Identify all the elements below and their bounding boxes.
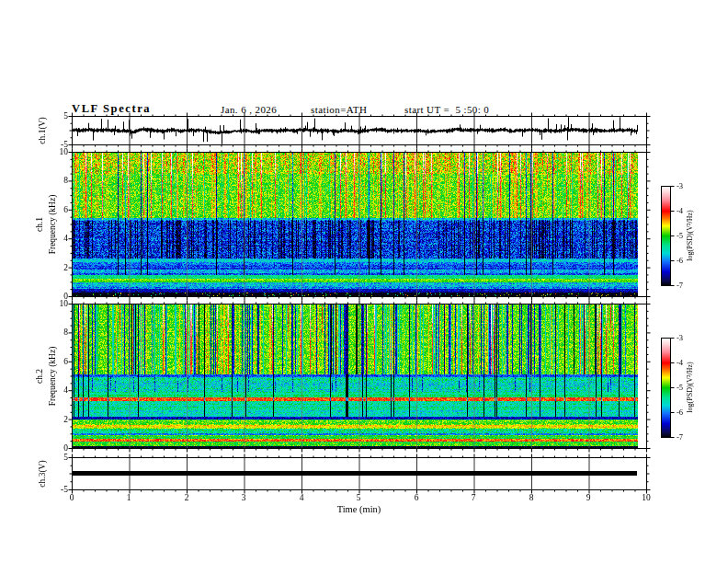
x-tick: 0 — [63, 493, 81, 503]
colorbar2-tick: -7 — [677, 432, 697, 442]
x-tick: 3 — [234, 493, 253, 503]
x-tick: 1 — [119, 493, 138, 503]
spec2-channel-label: ch.2 — [35, 369, 44, 384]
spec1-channel-label: ch.1 — [35, 217, 44, 232]
colorbar2-tick: -3 — [677, 333, 697, 343]
x-tick: 8 — [522, 493, 540, 503]
colorbar1-tick: -3 — [677, 181, 697, 191]
x-tick: 5 — [349, 493, 368, 503]
ch1-waveform — [73, 117, 638, 144]
colorbar1-label: log(PSD)(V²/Hz) — [686, 210, 695, 260]
spec1-freq-label: Frequency (kHz) — [48, 195, 57, 255]
x-tick: 7 — [464, 493, 483, 503]
spec2-ytick: 10 — [46, 299, 68, 309]
ch3-flat-line — [73, 471, 637, 476]
ch1-spectrogram — [73, 153, 638, 296]
spec1-ytick: 2 — [46, 263, 68, 273]
x-tick: 6 — [407, 493, 426, 503]
wave3-ylabel: ch.3(V) — [38, 460, 47, 487]
x-tick: 10 — [637, 493, 655, 503]
colorbar1-tick: -7 — [677, 281, 697, 291]
wave3-ytick: 5 — [46, 453, 68, 463]
x-axis-label: Time (min) — [322, 504, 396, 514]
spec2-ytick: 2 — [46, 415, 68, 425]
wave1-ylabel: ch.1(V) — [38, 117, 47, 144]
x-tick: 4 — [292, 493, 311, 503]
x-tick: 9 — [579, 493, 597, 503]
x-tick: 2 — [177, 493, 196, 503]
ch2-spectrogram — [73, 304, 638, 448]
spec1-ytick: 8 — [46, 176, 68, 186]
vlf-spectra-figure: VLF Spectra Jan. 6 , 2026 station=ATH st… — [0, 0, 728, 563]
spec2-freq-label: Frequency (kHz) — [48, 347, 57, 407]
colorbar2-label: log(PSD)(V²/Hz) — [686, 362, 695, 412]
wave1-ytick: 5 — [46, 111, 68, 121]
spec2-ytick: 8 — [46, 327, 68, 338]
spec1-ytick: 10 — [46, 147, 68, 157]
